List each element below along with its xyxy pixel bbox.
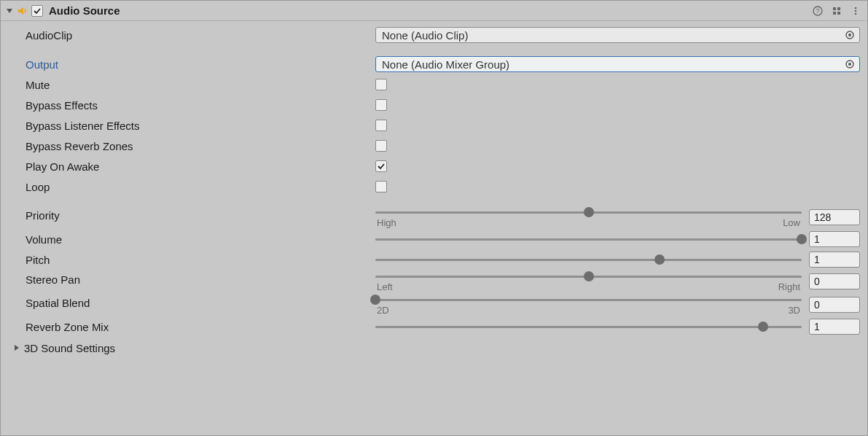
stereo-pan-max-label: Right (778, 281, 800, 292)
svg-rect-2 (833, 7, 836, 10)
component-body: AudioClip None (Audio Clip) Output None … (1, 21, 867, 435)
loop-checkbox[interactable] (375, 181, 387, 192)
pitch-thumb[interactable] (654, 254, 665, 265)
volume-label: Volume (26, 233, 375, 246)
reverb-zone-mix-value[interactable]: 1 (809, 319, 860, 335)
svg-point-10 (848, 34, 851, 36)
play-on-awake-checkbox[interactable] (375, 160, 387, 172)
component-header[interactable]: Audio Source ? (1, 1, 867, 21)
play-on-awake-label: Play On Awake (26, 160, 375, 173)
3d-sound-settings-label: 3D Sound Settings (24, 342, 115, 354)
audioclip-field[interactable]: None (Audio Clip) (375, 27, 860, 43)
bypass-reverb-zones-label: Bypass Reverb Zones (26, 140, 375, 152)
3d-sound-settings-foldout[interactable]: 3D Sound Settings (12, 338, 860, 358)
context-menu-icon[interactable] (848, 4, 863, 18)
svg-point-6 (855, 7, 857, 9)
output-label: Output (26, 58, 375, 71)
svg-text:?: ? (816, 7, 819, 15)
output-value: None (Audio Mixer Group) (382, 58, 843, 71)
pitch-slider[interactable] (375, 254, 802, 265)
spatial-blend-min-label: 2D (377, 305, 389, 316)
output-field[interactable]: None (Audio Mixer Group) (375, 56, 860, 72)
object-picker-icon[interactable] (843, 28, 856, 42)
svg-rect-3 (837, 7, 840, 10)
audioclip-value: None (Audio Clip) (382, 29, 843, 42)
audioclip-label: AudioClip (26, 29, 375, 42)
bypass-reverb-zones-checkbox[interactable] (375, 140, 387, 152)
priority-min-label: High (377, 217, 396, 228)
foldout-toggle-icon[interactable] (5, 7, 14, 15)
reverb-zone-mix-slider[interactable] (375, 321, 802, 332)
priority-thumb[interactable] (584, 207, 594, 217)
spatial-blend-label: Spatial Blend (26, 294, 375, 309)
priority-value[interactable]: 128 (809, 209, 860, 225)
svg-point-7 (855, 9, 857, 12)
svg-rect-4 (833, 12, 836, 15)
spatial-blend-thumb[interactable] (370, 295, 380, 305)
bypass-listener-effects-checkbox[interactable] (375, 120, 387, 131)
bypass-listener-effects-label: Bypass Listener Effects (26, 120, 375, 132)
priority-max-label: Low (783, 217, 800, 228)
volume-slider[interactable] (375, 233, 802, 245)
object-picker-icon[interactable] (843, 58, 856, 71)
mute-label: Mute (26, 79, 375, 91)
loop-label: Loop (26, 181, 375, 193)
volume-value[interactable]: 1 (809, 231, 860, 247)
volume-thumb[interactable] (797, 234, 807, 244)
priority-slider[interactable] (375, 206, 802, 218)
pitch-value[interactable]: 1 (809, 252, 860, 268)
bypass-effects-label: Bypass Effects (26, 99, 375, 112)
priority-label: Priority (26, 206, 375, 222)
audio-source-component: Audio Source ? AudioClip None (Audio Cli… (0, 0, 868, 436)
audio-source-icon (17, 5, 28, 17)
stereo-pan-label: Stereo Pan (26, 270, 375, 286)
spatial-blend-slider[interactable] (375, 294, 802, 305)
svg-rect-5 (837, 12, 840, 15)
svg-point-8 (855, 12, 857, 15)
mute-checkbox[interactable] (375, 79, 387, 90)
chevron-right-icon (12, 343, 21, 352)
stereo-pan-thumb[interactable] (584, 271, 594, 281)
stereo-pan-slider[interactable] (375, 270, 802, 282)
spatial-blend-max-label: 3D (788, 305, 800, 316)
reverb-zone-mix-thumb[interactable] (758, 322, 768, 332)
reverb-zone-mix-label: Reverb Zone Mix (26, 321, 375, 333)
component-title: Audio Source (49, 4, 120, 17)
spatial-blend-value[interactable]: 0 (809, 297, 860, 313)
pitch-label: Pitch (26, 254, 375, 266)
stereo-pan-min-label: Left (377, 281, 393, 292)
stereo-pan-value[interactable]: 0 (809, 273, 860, 289)
component-enable-checkbox[interactable] (31, 5, 43, 17)
svg-point-12 (848, 63, 851, 66)
help-icon[interactable]: ? (810, 4, 825, 18)
presets-icon[interactable] (829, 4, 844, 18)
bypass-effects-checkbox[interactable] (375, 99, 387, 111)
